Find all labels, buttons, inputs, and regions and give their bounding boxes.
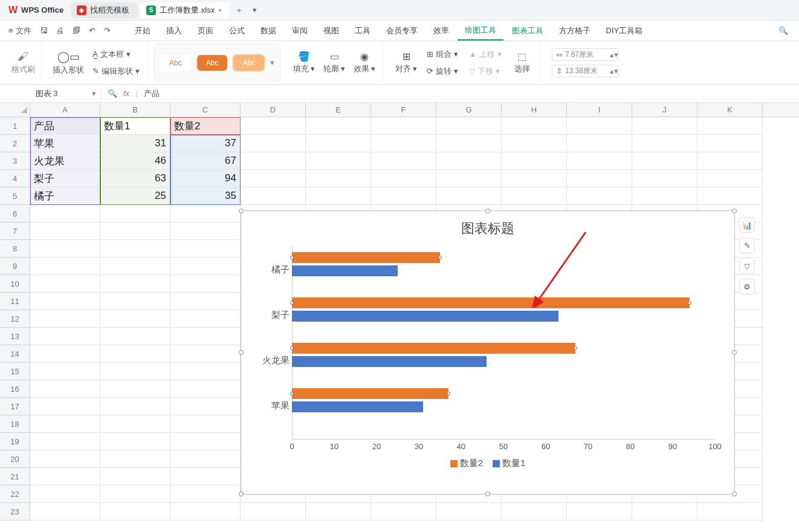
cell[interactable] (170, 345, 241, 363)
cell[interactable] (306, 170, 371, 187)
cell[interactable] (632, 152, 697, 170)
cell[interactable] (170, 275, 241, 293)
menu-view[interactable]: 视图 (316, 22, 346, 40)
cell[interactable] (632, 503, 697, 521)
cell[interactable] (241, 187, 306, 205)
col-header-G[interactable]: G (436, 103, 502, 117)
cell[interactable] (241, 117, 306, 135)
cell[interactable] (170, 293, 241, 310)
cell[interactable] (30, 380, 100, 398)
text-box-button[interactable]: A̲文本框▾ (90, 48, 142, 61)
cell[interactable] (100, 240, 170, 258)
cell[interactable] (100, 433, 170, 450)
cell[interactable] (170, 450, 241, 468)
col-header-B[interactable]: B (100, 103, 170, 117)
cell[interactable] (502, 117, 567, 135)
cell[interactable] (371, 152, 436, 170)
cell[interactable] (30, 240, 100, 258)
cell[interactable] (697, 152, 763, 170)
group-button[interactable]: ⊞组合▾ (424, 48, 461, 61)
menu-chart-tools[interactable]: 图表工具 (505, 22, 551, 40)
cell[interactable] (100, 258, 170, 275)
row-header[interactable]: 23 (0, 503, 30, 521)
cell[interactable] (100, 205, 170, 222)
save-icon[interactable]: 🖫 (36, 24, 51, 37)
cell[interactable] (567, 170, 632, 187)
cell[interactable] (170, 328, 241, 345)
cell[interactable] (30, 415, 100, 433)
cell[interactable] (436, 152, 502, 170)
chart-object[interactable]: 图表标题 橘子梨子火龙果苹果0102030405060708090100 数量2… (241, 210, 735, 495)
cell[interactable] (697, 503, 763, 521)
bar-数量2[interactable] (292, 343, 575, 354)
cell[interactable] (697, 135, 763, 152)
cell[interactable] (170, 503, 241, 521)
row-header[interactable]: 11 (0, 293, 30, 310)
cell[interactable]: 37 (170, 135, 241, 152)
cell[interactable] (170, 433, 241, 450)
bar-数量2[interactable] (292, 252, 440, 263)
cell[interactable] (632, 135, 697, 152)
cell[interactable] (502, 170, 567, 187)
cell[interactable] (170, 380, 241, 398)
row-header[interactable]: 3 (0, 152, 30, 170)
cell[interactable] (632, 187, 697, 205)
redo-icon[interactable]: ↷ (100, 24, 114, 37)
cell[interactable] (241, 135, 306, 152)
tab-menu-button[interactable]: ▾ (248, 4, 261, 17)
cell[interactable] (100, 398, 170, 415)
row-header[interactable]: 8 (0, 240, 30, 258)
cell[interactable]: 苹果 (30, 135, 100, 152)
cell[interactable] (100, 275, 170, 293)
cell[interactable] (30, 485, 100, 503)
cell[interactable]: 46 (100, 152, 170, 170)
cell[interactable] (100, 222, 170, 240)
menu-insert[interactable]: 插入 (159, 22, 189, 40)
height-input[interactable]: ⇕▴▾ (552, 65, 618, 77)
cell[interactable] (30, 433, 100, 450)
zoom-icon[interactable]: 🔍 (108, 89, 117, 98)
menu-review[interactable]: 审阅 (285, 22, 315, 40)
width-input[interactable]: ⇔▴▾ (552, 48, 618, 61)
menu-start[interactable]: 开始 (128, 22, 158, 40)
menu-efficiency[interactable]: 效率 (426, 22, 456, 40)
search-button[interactable]: 🔍 (772, 24, 794, 37)
cell[interactable] (100, 363, 170, 380)
cell[interactable] (170, 398, 241, 415)
cell[interactable] (306, 152, 371, 170)
style-preset-1[interactable]: Abc (160, 55, 191, 71)
cell[interactable] (170, 310, 241, 328)
row-header[interactable]: 2 (0, 135, 30, 152)
cell[interactable] (306, 117, 371, 135)
chart-plot-area[interactable]: 橘子梨子火龙果苹果0102030405060708090100 (292, 246, 715, 440)
cell[interactable] (170, 205, 241, 222)
style-more-icon[interactable]: ▾ (270, 58, 274, 67)
row-header[interactable]: 9 (0, 258, 30, 275)
cell[interactable] (30, 363, 100, 380)
cell[interactable] (170, 485, 241, 503)
row-header[interactable]: 4 (0, 170, 30, 187)
cell[interactable] (30, 468, 100, 485)
row-header[interactable]: 14 (0, 345, 30, 363)
cell[interactable] (30, 205, 100, 222)
cell[interactable] (170, 240, 241, 258)
menu-formula[interactable]: 公式 (222, 22, 252, 40)
formula-input[interactable] (144, 89, 245, 98)
tab-workbook[interactable]: S 工作簿数量.xlsx • (140, 2, 230, 18)
row-header[interactable]: 6 (0, 205, 30, 222)
cell[interactable] (30, 503, 100, 521)
cell[interactable]: 数量2 (170, 117, 241, 135)
cell[interactable] (502, 152, 567, 170)
bar-数量2[interactable] (292, 297, 690, 308)
row-header[interactable]: 5 (0, 187, 30, 205)
cell[interactable] (100, 415, 170, 433)
effect-button[interactable]: ◉效果 ▾ (352, 51, 377, 74)
cell[interactable] (100, 345, 170, 363)
cell[interactable] (567, 135, 632, 152)
col-header-A[interactable]: A (30, 103, 100, 117)
cell[interactable] (170, 258, 241, 275)
col-header-J[interactable]: J (632, 103, 697, 117)
spreadsheet-grid[interactable]: ABCDEFGHIJK 1产品数量1数量22苹果31373火龙果46674梨子6… (0, 103, 799, 521)
cell[interactable] (502, 503, 567, 521)
cell[interactable] (567, 117, 632, 135)
